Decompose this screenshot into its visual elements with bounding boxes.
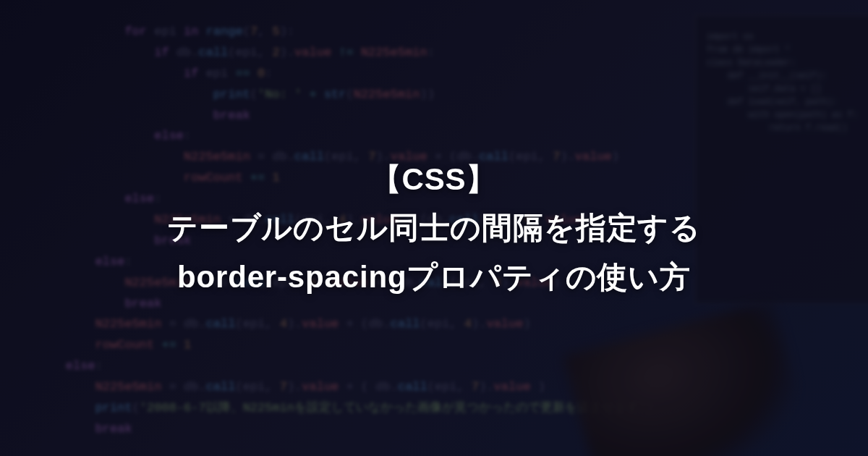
title-container: 【CSS】 テーブルのセル同士の間隔を指定する border-spacingプロ… bbox=[0, 0, 868, 456]
title-line-2: テーブルのセル同士の間隔を指定する bbox=[167, 203, 701, 252]
title-line-3: border-spacingプロパティの使い方 bbox=[177, 253, 691, 301]
title-line-1: 【CSS】 bbox=[371, 155, 498, 203]
